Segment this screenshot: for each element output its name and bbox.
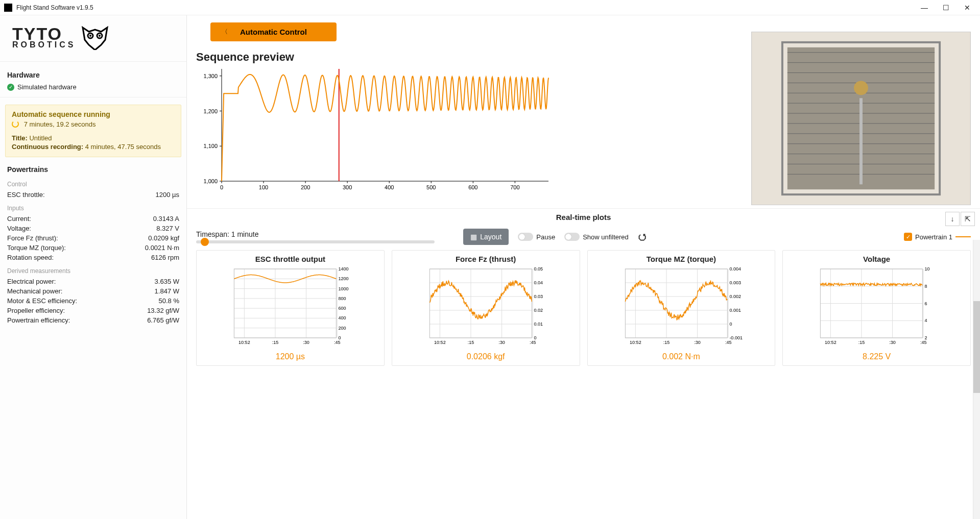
owl-icon [81,24,109,50]
svg-text:6: 6 [925,301,927,306]
app-logo: TYTO ROBOTICS [0,15,186,57]
svg-text:600: 600 [468,184,477,190]
hardware-heading: Hardware [0,66,186,81]
kv-key: Mechanical power: [7,287,62,295]
kv-value: 50.8 % [159,297,179,305]
kv-key: ESC throttle: [7,191,45,199]
mode-selector[interactable]: 〈 Automatic Control 〉 [210,22,337,41]
control-subhead: Control [0,176,186,190]
check-circle-icon: ✓ [7,84,14,91]
refresh-icon[interactable]: ⭯ [638,232,647,242]
svg-text:10:52: 10:52 [434,340,446,345]
rec-title-value: Untitled [29,134,52,142]
kv-value: 1.847 W [155,287,179,295]
kv-value: 6126 rpm [151,254,179,261]
kv-key: Electrical power: [7,278,56,285]
svg-text:4: 4 [925,318,927,323]
drag-handle-icon[interactable]: ::::::::: [575,210,593,213]
svg-text:1,200: 1,200 [203,108,218,114]
kv-value: 6.765 gf/W [147,316,179,324]
kv-key: Motor & ESC efficiency: [7,297,77,305]
grid-icon: ▦ [470,233,477,241]
svg-text:400: 400 [385,184,394,190]
svg-text:0.03: 0.03 [534,294,543,299]
window-minimize-button[interactable]: — [920,3,929,12]
svg-text:1000: 1000 [338,286,348,291]
rec-title-label: Title: [12,134,28,142]
svg-text:0.002: 0.002 [729,294,741,299]
mini-plot-title: Force Fz (thrust) [456,255,516,263]
kv-key: Current: [7,215,31,223]
popout-icon[interactable]: ⇱ [961,212,975,226]
input-row: Current:0.3143 A [0,214,186,224]
powertrain-checkbox[interactable]: ✓ [904,233,912,241]
kv-key: Rotation speed: [7,254,54,261]
kv-key: Propeller efficiency: [7,307,65,314]
pause-toggle[interactable] [518,233,533,241]
svg-text::15: :15 [858,340,865,345]
svg-text:600: 600 [338,306,346,311]
sequence-status-panel: Automatic sequence running 7 minutes, 19… [5,105,181,157]
mini-plot-title: Voltage [863,255,890,263]
mini-plot[interactable]: ESC throttle output 02004006008001000120… [196,250,385,366]
window-title: Flight Stand Software v1.9.5 [16,4,920,11]
svg-text::30: :30 [303,340,309,345]
mini-plot[interactable]: Voltage 24681010:52:15:30:45 8.225 V [782,250,971,366]
derived-subhead: Derived measurements [0,262,186,277]
svg-text:0: 0 [729,322,732,327]
svg-text:0.05: 0.05 [534,266,543,271]
derived-row: Powertrain efficiency:6.765 gf/W [0,315,186,325]
mini-plot-title: Torque MZ (torque) [647,255,716,263]
derived-row: Electrical power:3.635 W [0,277,186,286]
app-icon [4,4,12,12]
svg-text:100: 100 [259,184,268,190]
svg-text:0.004: 0.004 [729,266,741,271]
svg-text:200: 200 [338,326,346,331]
svg-text:10:52: 10:52 [238,340,250,345]
mini-plot-value: 1200 µs [276,352,305,361]
kv-value: 0.0209 kgf [148,234,179,242]
kv-key: Torque MZ (torque): [7,244,66,252]
unfiltered-label: Show unfiltered [583,233,629,241]
unfiltered-toggle[interactable] [564,233,580,241]
rec-time: 4 minutes, 47.75 seconds [85,143,161,151]
svg-text:0.04: 0.04 [534,280,543,285]
sequence-status-title: Automatic sequence running [12,110,175,118]
timespan-slider[interactable] [196,240,435,243]
inputs-subhead: Inputs [0,200,186,214]
sidebar: TYTO ROBOTICS Hardware ✓ Simulated hardw… [0,15,187,519]
kv-value: 0.0021 N·m [145,244,179,252]
kv-value: 0.3143 A [153,215,179,223]
logo-line1: TYTO [12,26,76,42]
svg-text:1,100: 1,100 [203,143,218,149]
svg-text::15: :15 [467,340,474,345]
legend-line-icon [955,236,971,237]
svg-rect-115 [625,269,727,338]
svg-text:0: 0 [220,184,223,190]
layout-button[interactable]: ▦ Layout [463,229,509,245]
kv-key: Force Fz (thrust): [7,234,58,242]
svg-text::30: :30 [694,340,701,345]
kv-value: 3.635 W [155,278,179,285]
svg-text::30: :30 [498,340,505,345]
window-maximize-button[interactable]: ☐ [941,3,950,12]
timespan-label: Timespan: 1 minute [196,230,435,238]
svg-text::15: :15 [272,340,279,345]
window-close-button[interactable]: ✕ [963,3,972,12]
download-icon[interactable]: ↓ [945,212,960,226]
svg-text::45: :45 [530,340,536,345]
derived-row: Motor & ESC efficiency:50.8 % [0,296,186,306]
realtime-title: Real-time plots [556,213,611,221]
vertical-scrollbar[interactable] [973,240,980,519]
mini-plot[interactable]: Force Fz (thrust) 00.010.020.030.040.051… [392,250,580,366]
svg-text:8: 8 [925,284,927,289]
derived-row: Mechanical power:1.847 W [0,286,186,296]
svg-text:500: 500 [426,184,436,190]
sequence-preview-chart[interactable]: 1,0001,1001,2001,30001002003004005006007… [196,64,554,198]
mini-plot[interactable]: Torque MZ (torque) -0.00100.0010.0020.00… [587,250,776,366]
powertrain-legend-label: Powertrain 1 [915,233,952,241]
realtime-header: ::::::::: Real-time plots ↓ ⇱ [187,208,980,226]
hardware-status-row: ✓ Simulated hardware [0,81,186,93]
input-row: Force Fz (thrust):0.0209 kgf [0,233,186,243]
sequence-elapsed: 7 minutes, 19.2 seconds [24,120,96,128]
